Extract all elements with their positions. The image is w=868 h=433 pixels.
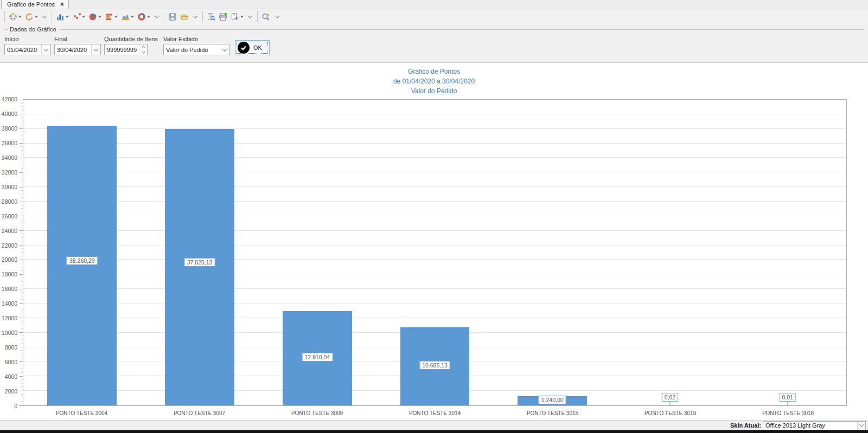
bar-value-label: 1.240,00 [539,396,566,404]
pie-chart-type-button[interactable] [87,11,103,23]
x-category-label: PONTO TESTE 3014 [376,410,494,416]
toolbar-overflow-button-4[interactable] [245,11,255,23]
combo-dropdown-button[interactable] [91,44,100,55]
plot-area: 38.260,2937.825,1312.910,0410.685,131.24… [23,99,847,406]
chart-title: Gráfico de Pontos [0,67,868,76]
bar-value-label: 38.260,29 [67,256,98,265]
chart-panel: Gráfico de Pontos de 01/04/2020 a 30/04/… [0,62,868,420]
toolbar-overflow-button-2[interactable] [152,11,162,23]
y-tick-label: 26000 [2,213,17,219]
y-tick-label: 30000 [2,184,17,190]
hbar-chart-type-button[interactable] [103,11,119,23]
combo-dropdown-button[interactable] [41,44,50,55]
item-count-input[interactable] [105,47,139,53]
x-axis-labels: PONTO TESTE 3004PONTO TESTE 3007PONTO TE… [23,410,847,416]
chevron-down-icon [222,47,227,51]
item-count-spinner[interactable] [104,44,148,55]
bar-value-label: 0,01 [779,393,795,402]
chevron-down-icon [94,47,98,51]
toolbar-separator [52,11,52,22]
chevron-down-icon [155,14,159,18]
toolbar-overflow-button-3[interactable] [190,11,200,23]
window-bottom-edge [0,430,868,433]
y-tick-label: 16000 [2,286,17,292]
bar-chart-icon [56,12,65,21]
chevron-down-icon [114,16,118,18]
chevron-down-icon [82,16,85,18]
chevron-down-icon [18,16,22,18]
bar-value-label: 10.685,13 [419,361,450,370]
ok-button-label: OK [253,44,262,51]
y-tick-label: 36000 [2,140,17,146]
chevron-down-icon [248,14,252,18]
chart-bar[interactable] [47,126,117,405]
pie-chart-icon [88,12,97,21]
area-chart-icon [121,12,130,21]
chevron-down-icon [35,16,38,18]
export-button[interactable] [229,11,245,23]
y-tick-label: 12000 [2,315,17,321]
print-preview-button[interactable] [205,11,217,23]
displayed-value-input[interactable] [164,47,220,53]
chevron-down-icon [141,49,145,53]
y-tick-label: 40000 [2,111,17,117]
wizard-button[interactable] [260,11,272,23]
y-tick-label: 24000 [2,228,17,234]
start-date-label: Início [4,36,51,42]
ok-button[interactable]: OK [235,40,270,55]
chart-style-button[interactable] [7,11,23,23]
displayed-value-label: Valor Exibido [163,36,229,42]
chevron-down-icon [147,16,150,18]
tab-title: Grafico de Pontos [7,1,55,8]
item-count-label: Quantidade de Itens [104,36,160,42]
point-chart-type-button[interactable] [71,11,87,23]
y-axis-labels: 0200040006000800010000120001400016000180… [0,99,23,406]
chart-title-block: Gráfico de Pontos de 01/04/2020 a 30/04/… [0,63,868,96]
y-tick-label: 14000 [2,300,17,307]
end-date-input[interactable] [55,47,91,53]
tab-close-icon[interactable]: × [60,1,64,8]
open-folder-icon [180,12,189,21]
chevron-down-icon [859,422,864,426]
wizard-icon [261,12,271,21]
palette-icon [9,12,17,21]
chevron-down-icon [131,16,134,18]
skin-input[interactable] [763,422,857,429]
bar-value-label: 37.825,13 [184,258,215,267]
toolbar-overflow-button-1[interactable] [40,11,49,23]
combo-dropdown-button[interactable] [857,422,865,430]
displayed-value-combo[interactable] [163,44,229,55]
bar-chart-type-button[interactable] [54,11,71,23]
bar-value-label: 0,02 [662,393,678,402]
donut-chart-type-button[interactable] [136,11,152,23]
open-button[interactable] [178,11,190,23]
spin-down-button[interactable] [139,50,147,55]
tab-grafico-de-pontos[interactable]: Grafico de Pontos × [1,0,69,9]
x-category-label: PONTO TESTE 3004 [23,410,141,416]
combo-dropdown-button[interactable] [220,44,229,55]
chevron-down-icon [98,16,101,18]
printer-icon [219,12,227,21]
end-date-label: Final [54,36,101,42]
chart-subtitle-range: de 01/04/2020 a 30/04/2020 [0,76,868,86]
toolbar-overflow-button-5[interactable] [272,11,282,23]
y-tick-label: 4000 [5,373,17,380]
scatter-chart-icon [72,12,81,21]
rotate-chart-button[interactable] [23,11,40,23]
x-category-label: PONTO TESTE 3007 [141,410,258,416]
chart-bar[interactable] [165,129,234,405]
toolbar [0,9,868,24]
area-chart-type-button[interactable] [119,11,136,23]
save-button[interactable] [167,11,178,23]
y-tick-label: 42000 [2,96,17,102]
end-date-combo[interactable] [54,44,101,55]
print-preview-icon [207,12,215,21]
toolbar-separator [4,11,5,22]
start-date-combo[interactable] [4,44,51,55]
chevron-down-icon [44,47,48,51]
start-date-input[interactable] [5,47,41,53]
bar-value-label: 12.910,04 [302,353,333,361]
skin-combo[interactable] [763,421,866,430]
check-icon [238,42,250,54]
print-button[interactable] [217,11,229,23]
